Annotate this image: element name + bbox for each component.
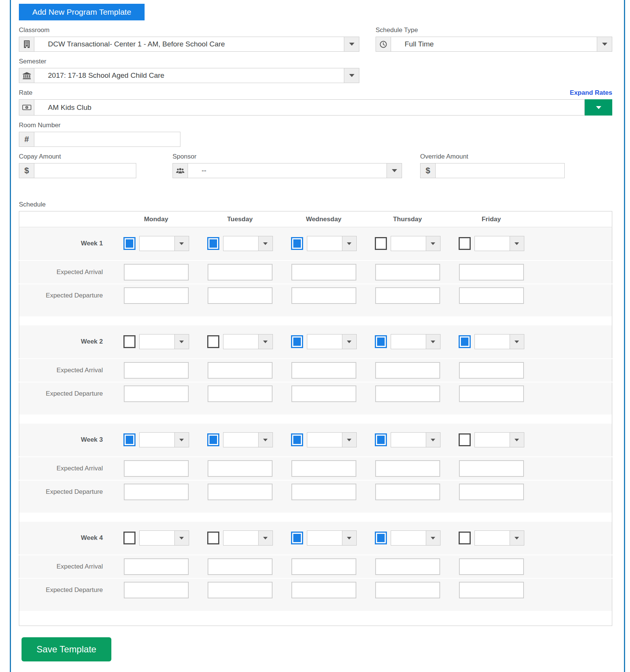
- day-checkbox[interactable]: [375, 335, 387, 348]
- expected-arrival-input[interactable]: [375, 558, 440, 575]
- sponsor-select[interactable]: --: [173, 163, 402, 178]
- day-select[interactable]: [223, 236, 273, 251]
- chevron-down-icon[interactable]: [258, 531, 273, 545]
- expected-arrival-input[interactable]: [459, 558, 524, 575]
- expected-arrival-input[interactable]: [459, 362, 524, 379]
- chevron-down-icon[interactable]: [342, 236, 356, 251]
- expected-arrival-input[interactable]: [124, 264, 189, 281]
- expected-departure-input[interactable]: [375, 287, 440, 304]
- day-checkbox[interactable]: [207, 237, 219, 250]
- expected-departure-input[interactable]: [208, 484, 273, 500]
- chevron-down-icon[interactable]: [344, 37, 359, 51]
- chevron-down-icon[interactable]: [258, 334, 273, 349]
- chevron-down-icon[interactable]: [174, 236, 189, 251]
- day-select[interactable]: [391, 530, 441, 546]
- expected-departure-input[interactable]: [459, 385, 524, 402]
- expected-departure-input[interactable]: [459, 484, 524, 500]
- rate-select[interactable]: AM Kids Club: [19, 99, 585, 116]
- expected-arrival-input[interactable]: [124, 558, 189, 575]
- expected-arrival-input[interactable]: [124, 362, 189, 379]
- chevron-down-icon[interactable]: [426, 334, 440, 349]
- chevron-down-icon[interactable]: [510, 334, 524, 349]
- day-checkbox[interactable]: [291, 335, 303, 348]
- day-checkbox[interactable]: [123, 237, 136, 250]
- expected-arrival-input[interactable]: [459, 460, 524, 477]
- chevron-down-icon[interactable]: [597, 37, 612, 51]
- expected-arrival-input[interactable]: [291, 460, 356, 477]
- expected-arrival-input[interactable]: [124, 460, 189, 477]
- day-select[interactable]: [307, 334, 357, 349]
- day-checkbox[interactable]: [459, 532, 471, 544]
- chevron-down-icon[interactable]: [174, 531, 189, 545]
- expected-departure-input[interactable]: [291, 484, 356, 500]
- chevron-down-icon[interactable]: [342, 433, 356, 447]
- expected-arrival-input[interactable]: [375, 362, 440, 379]
- expected-departure-input[interactable]: [291, 287, 356, 304]
- chevron-down-icon[interactable]: [342, 334, 356, 349]
- day-select[interactable]: [307, 236, 357, 251]
- day-select[interactable]: [474, 236, 524, 251]
- classroom-select[interactable]: DCW Transactional- Center 1 - AM, Before…: [19, 37, 359, 52]
- day-checkbox[interactable]: [291, 237, 303, 250]
- day-checkbox[interactable]: [123, 433, 136, 446]
- day-checkbox[interactable]: [459, 335, 471, 348]
- expected-arrival-input[interactable]: [208, 362, 273, 379]
- chevron-down-icon[interactable]: [510, 433, 524, 447]
- day-checkbox[interactable]: [459, 237, 471, 250]
- expected-arrival-input[interactable]: [291, 264, 356, 281]
- expected-arrival-input[interactable]: [208, 460, 273, 477]
- expected-departure-input[interactable]: [124, 287, 189, 304]
- expected-departure-input[interactable]: [459, 582, 524, 598]
- day-select[interactable]: [139, 236, 189, 251]
- chevron-down-icon[interactable]: [426, 236, 440, 251]
- schedule-type-select[interactable]: Full Time: [376, 37, 612, 52]
- day-select[interactable]: [223, 432, 273, 447]
- expected-arrival-input[interactable]: [208, 558, 273, 575]
- day-select[interactable]: [474, 432, 524, 447]
- day-checkbox[interactable]: [207, 335, 219, 348]
- day-checkbox[interactable]: [375, 237, 387, 250]
- expected-departure-input[interactable]: [291, 385, 356, 402]
- override-amount-input[interactable]: [436, 163, 564, 178]
- chevron-down-icon[interactable]: [387, 163, 402, 178]
- chevron-down-icon[interactable]: [510, 236, 524, 251]
- chevron-down-icon[interactable]: [342, 531, 356, 545]
- day-select[interactable]: [307, 530, 357, 546]
- room-number-input[interactable]: [34, 132, 180, 146]
- expected-departure-input[interactable]: [124, 484, 189, 500]
- chevron-down-icon[interactable]: [258, 433, 273, 447]
- rate-expand-button[interactable]: [585, 99, 612, 116]
- expected-arrival-input[interactable]: [291, 362, 356, 379]
- expected-departure-input[interactable]: [208, 385, 273, 402]
- day-select[interactable]: [139, 530, 189, 546]
- day-checkbox[interactable]: [123, 532, 136, 544]
- expand-rates-link[interactable]: Expand Rates: [570, 89, 612, 97]
- expected-departure-input[interactable]: [375, 385, 440, 402]
- expected-departure-input[interactable]: [291, 582, 356, 598]
- day-checkbox[interactable]: [123, 335, 136, 348]
- expected-arrival-input[interactable]: [375, 460, 440, 477]
- expected-arrival-input[interactable]: [375, 264, 440, 281]
- day-checkbox[interactable]: [291, 433, 303, 446]
- expected-departure-input[interactable]: [459, 287, 524, 304]
- expected-arrival-input[interactable]: [459, 264, 524, 281]
- expected-departure-input[interactable]: [208, 287, 273, 304]
- day-select[interactable]: [474, 334, 524, 349]
- expected-arrival-input[interactable]: [291, 558, 356, 575]
- semester-select[interactable]: 2017: 17-18 School Aged Child Care: [19, 68, 359, 83]
- day-checkbox[interactable]: [375, 433, 387, 446]
- expected-departure-input[interactable]: [375, 484, 440, 500]
- chevron-down-icon[interactable]: [344, 68, 359, 83]
- save-template-button[interactable]: Save Template: [22, 637, 111, 661]
- chevron-down-icon[interactable]: [510, 531, 524, 545]
- expected-departure-input[interactable]: [124, 385, 189, 402]
- chevron-down-icon[interactable]: [174, 334, 189, 349]
- day-select[interactable]: [223, 530, 273, 546]
- chevron-down-icon[interactable]: [258, 236, 273, 251]
- day-select[interactable]: [223, 334, 273, 349]
- copay-amount-input[interactable]: [34, 163, 136, 178]
- day-checkbox[interactable]: [375, 532, 387, 544]
- day-select[interactable]: [391, 432, 441, 447]
- expected-departure-input[interactable]: [124, 582, 189, 598]
- day-checkbox[interactable]: [207, 433, 219, 446]
